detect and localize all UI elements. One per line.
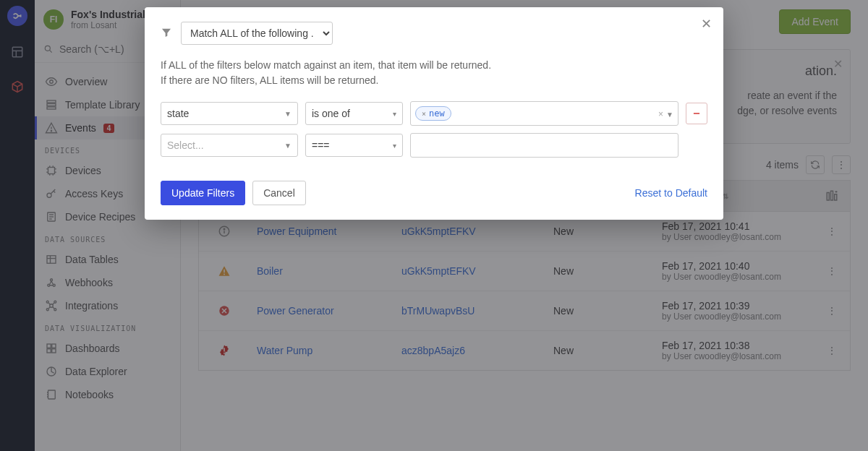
filter-operator-select[interactable]: ===▾ <box>305 134 403 157</box>
filter-icon <box>161 27 174 40</box>
modal-description: If ALL of the filters below match agains… <box>161 58 707 88</box>
remove-row-button[interactable] <box>686 103 707 124</box>
chevron-down-icon: ▼ <box>666 111 673 119</box>
chevron-down-icon: ▾ <box>393 110 396 118</box>
chevron-down-icon: ▾ <box>393 142 396 150</box>
chevron-down-icon: ▼ <box>284 142 292 150</box>
filter-field-select[interactable]: Select...▼ <box>161 134 298 157</box>
update-filters-button[interactable]: Update Filters <box>161 181 245 205</box>
filter-value-input[interactable]: ×new ×▼ <box>410 101 678 126</box>
modal-overlay[interactable]: ✕ Match ALL of the following .. If ALL o… <box>0 0 868 451</box>
close-icon[interactable]: ✕ <box>701 16 712 32</box>
clear-icon[interactable]: × <box>658 109 663 119</box>
reset-to-default-link[interactable]: Reset to Default <box>635 187 707 199</box>
filter-tag[interactable]: ×new <box>415 106 451 121</box>
filter-field-select[interactable]: state▼ <box>161 102 298 125</box>
filter-operator-select[interactable]: is one of▾ <box>305 102 403 125</box>
filter-row-1: state▼ is one of▾ ×new ×▼ <box>161 101 707 126</box>
tag-remove-icon[interactable]: × <box>422 110 426 118</box>
filter-value-input[interactable] <box>410 133 678 158</box>
filter-modal: ✕ Match ALL of the following .. If ALL o… <box>145 7 723 220</box>
match-mode-select[interactable]: Match ALL of the following .. <box>181 22 333 45</box>
filter-row-2: Select...▼ ===▾ <box>161 133 707 158</box>
chevron-down-icon: ▼ <box>284 110 292 118</box>
cancel-button[interactable]: Cancel <box>252 181 306 205</box>
